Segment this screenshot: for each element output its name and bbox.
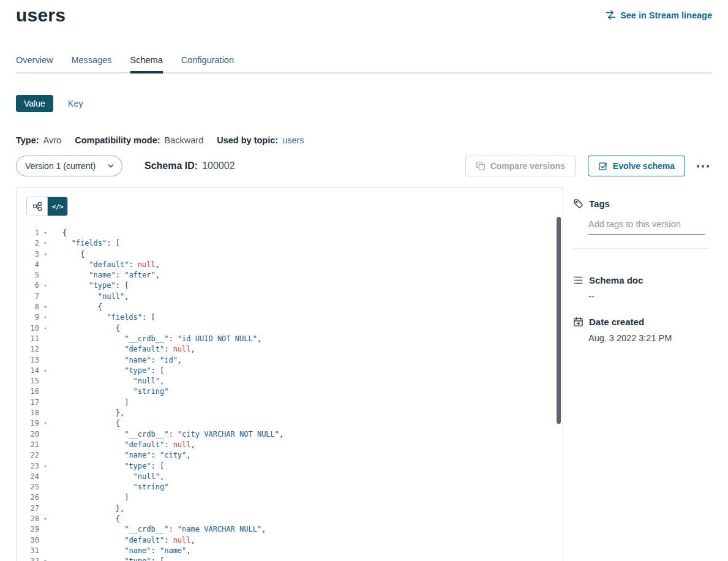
tags-section-heading: Tags (573, 198, 610, 209)
code-text: "string" (51, 482, 168, 492)
schema-meta: Type: Avro Compatibility mode: Backward … (16, 135, 304, 145)
used-by-topic-label: Used by topic: (217, 135, 278, 145)
key-toggle-link[interactable]: Key (68, 99, 83, 108)
fold-toggle-icon[interactable]: ▾ (39, 323, 51, 334)
code-line: 30 "default": null, (17, 535, 554, 546)
chevron-down-icon (107, 162, 114, 170)
code-line: 2▾ "fields": [ (17, 238, 554, 249)
tab-schema[interactable]: Schema (130, 55, 163, 72)
line-number: 16 (17, 386, 39, 397)
editor-view-toggle: </> (26, 197, 68, 216)
fold-toggle-icon[interactable]: ▾ (39, 514, 51, 524)
code-line: 32▾ "type": [ (17, 556, 554, 561)
code-line: 1▾{ (17, 228, 554, 238)
line-number: 22 (17, 450, 39, 461)
code-text: "null", (51, 376, 164, 386)
code-text: "fields": [ (51, 238, 120, 249)
fold-spacer (39, 503, 51, 514)
code-text: "name": "id", (51, 355, 182, 366)
tag-icon (573, 198, 584, 209)
fold-spacer (39, 270, 51, 280)
more-options-button[interactable]: ⋯ (694, 162, 712, 170)
fold-spacer (39, 292, 51, 302)
details-sidebar: Tags Schema doc -- Date created Aug. 3 2… (573, 195, 714, 561)
evolve-schema-button[interactable]: Evolve schema (588, 156, 685, 176)
tab-messages[interactable]: Messages (71, 55, 111, 72)
code-text: "default": null, (51, 344, 195, 355)
line-number: 19 (17, 418, 39, 429)
fold-toggle-icon[interactable]: ▾ (39, 312, 51, 323)
code-view-button[interactable]: </> (47, 197, 67, 216)
line-number: 18 (17, 408, 39, 418)
code-text: "fields": [ (51, 312, 156, 323)
code-line: 4 "default": null, (17, 260, 554, 270)
code-text: }, (51, 408, 124, 418)
fold-spacer (39, 344, 51, 355)
code-line: 29 "__crdb__": "name VARCHAR NULL", (17, 524, 554, 535)
compare-versions-button[interactable]: Compare versions (465, 156, 576, 176)
version-select[interactable]: Version 1 (current) (16, 156, 122, 176)
code-text: ] (51, 397, 129, 408)
line-number: 28 (17, 514, 39, 524)
tab-configuration[interactable]: Configuration (181, 55, 234, 72)
line-number: 8 (17, 302, 39, 312)
fold-toggle-icon[interactable]: ▾ (39, 249, 51, 260)
topic-link[interactable]: users (282, 135, 304, 145)
code-line: 7 "null", (17, 292, 554, 302)
line-number: 11 (17, 334, 39, 344)
tab-overview[interactable]: Overview (16, 55, 53, 72)
fold-toggle-icon[interactable]: ▾ (39, 366, 51, 376)
tree-view-button[interactable] (27, 197, 47, 216)
code-text: { (51, 418, 120, 429)
sidebar-divider (573, 248, 710, 249)
compare-versions-icon (476, 161, 486, 171)
line-number: 4 (17, 260, 39, 270)
fold-toggle-icon[interactable]: ▾ (39, 556, 51, 561)
scrollbar-thumb[interactable] (557, 217, 561, 424)
fold-toggle-icon[interactable]: ▾ (39, 418, 51, 429)
code-line: 3▾ { (17, 249, 554, 260)
code-line: 18 }, (17, 408, 554, 418)
code-text: "default": null, (51, 260, 160, 270)
fold-toggle-icon[interactable]: ▾ (39, 280, 51, 291)
line-number: 9 (17, 312, 39, 323)
code-text: { (51, 302, 102, 312)
code-text: { (51, 514, 120, 524)
fold-spacer (39, 429, 51, 440)
line-number: 30 (17, 535, 39, 546)
line-number: 23 (17, 461, 39, 472)
value-toggle-button[interactable]: Value (16, 95, 53, 112)
line-number: 31 (17, 546, 39, 556)
fold-toggle-icon[interactable]: ▾ (39, 302, 51, 312)
code-text: "__crdb__": "id UUID NOT NULL", (51, 334, 261, 344)
line-number: 20 (17, 429, 39, 440)
fold-toggle-icon[interactable]: ▾ (39, 228, 51, 238)
fold-spacer (39, 408, 51, 418)
line-number: 10 (17, 323, 39, 334)
line-number: 32 (17, 556, 39, 561)
line-number: 7 (17, 292, 39, 302)
tags-input[interactable] (588, 217, 705, 235)
code-text: }, (51, 503, 124, 514)
code-text: ] (51, 492, 129, 503)
tab-bar: Overview Messages Schema Configuration (16, 55, 712, 73)
line-number: 3 (17, 249, 39, 260)
line-number: 13 (17, 355, 39, 366)
stream-lineage-link[interactable]: See in Stream lineage (606, 10, 712, 20)
code-text: "name": "name", (51, 546, 191, 556)
code-line: 20 "__crdb__": "city VARCHAR NOT NULL", (17, 429, 554, 440)
code-line: 13 "name": "id", (17, 355, 554, 366)
code-line: 5 "name": "after", (17, 270, 554, 280)
fold-toggle-icon[interactable]: ▾ (39, 238, 51, 249)
code-line: 23▾ "type": [ (17, 461, 554, 472)
lineage-icon (606, 10, 616, 20)
code-view-icon: </> (52, 203, 63, 211)
line-number: 14 (17, 366, 39, 376)
fold-toggle-icon[interactable]: ▾ (39, 461, 51, 472)
fold-spacer (39, 334, 51, 344)
code-text: "type": [ (51, 280, 129, 291)
schema-id-value: 100002 (202, 160, 235, 171)
compatibility-value: Backward (165, 135, 204, 145)
line-number: 1 (17, 228, 39, 238)
line-number: 2 (17, 238, 39, 249)
